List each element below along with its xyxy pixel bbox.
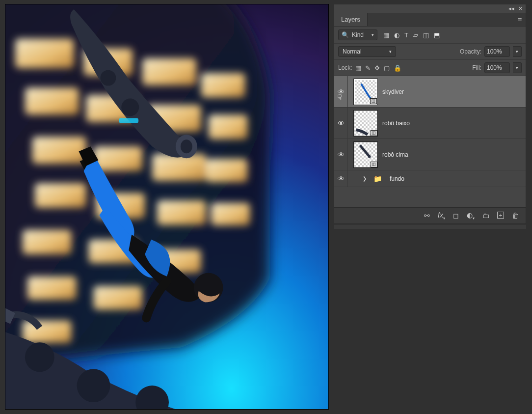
svg-rect-11 bbox=[152, 154, 206, 181]
svg-rect-3 bbox=[142, 58, 196, 85]
panel-resize-grip[interactable] bbox=[334, 224, 526, 229]
lock-all-icon[interactable]: 🔒 bbox=[394, 64, 401, 72]
layer-name-label[interactable]: fundo bbox=[390, 175, 404, 182]
search-icon: 🔍 bbox=[342, 31, 349, 38]
svg-rect-20 bbox=[23, 320, 72, 343]
blend-mode-value: Normal bbox=[343, 48, 362, 55]
layers-panel: ◂◂ ✕ Layers ≡ 🔍 Kind ▾ ▦ ◐ T ▱ ◫ ⬒ bbox=[334, 4, 526, 224]
canvas-artwork bbox=[5, 4, 328, 409]
panel-window-controls: ◂◂ ✕ bbox=[334, 4, 526, 13]
svg-rect-22 bbox=[211, 203, 250, 225]
layer-visibility-toggle[interactable]: 👁 bbox=[334, 170, 348, 187]
smartobject-badge-icon: ◫ bbox=[371, 162, 377, 167]
svg-rect-15 bbox=[23, 230, 72, 254]
lock-pixels-icon[interactable]: ✎ bbox=[365, 64, 371, 72]
layer-filter-row: 🔍 Kind ▾ ▦ ◐ T ▱ ◫ ⬒ bbox=[334, 27, 526, 44]
fill-input[interactable] bbox=[487, 64, 507, 71]
lock-fill-row: Lock: ▦ ✎ ✥ ▢ 🔒 Fill: ▾ bbox=[334, 60, 526, 76]
svg-point-29 bbox=[25, 342, 54, 372]
svg-rect-4 bbox=[201, 73, 245, 98]
layer-visibility-toggle[interactable]: 👁 bbox=[334, 139, 348, 170]
filter-toggle-icon[interactable]: ⬒ bbox=[434, 31, 440, 39]
opacity-chevron[interactable]: ▾ bbox=[513, 46, 522, 57]
opacity-input[interactable] bbox=[487, 48, 507, 55]
layer-name-label[interactable]: skydiver bbox=[382, 88, 404, 95]
layer-thumbnail[interactable]: ◫ bbox=[354, 79, 377, 105]
lock-artboard-icon[interactable]: ▢ bbox=[384, 64, 390, 72]
eye-icon: 👁 bbox=[338, 175, 345, 183]
panel-close-icon[interactable]: ✕ bbox=[518, 5, 523, 12]
blend-opacity-row: Normal ▾ Opacity: ▾ bbox=[334, 44, 526, 60]
filter-adjustment-icon[interactable]: ◐ bbox=[394, 31, 399, 39]
delete-layer-icon[interactable]: 🗑 bbox=[512, 212, 519, 220]
layer-row-skydiver[interactable]: 👁 ☟ ◫ skydiver bbox=[334, 76, 526, 108]
fill-field[interactable] bbox=[484, 62, 510, 73]
layer-row-robo-cima[interactable]: 👁 ◫ robô cima bbox=[334, 139, 526, 170]
svg-rect-9 bbox=[32, 137, 86, 164]
folder-icon: 📁 bbox=[373, 175, 382, 183]
layer-list: 👁 ☟ ◫ skydiver bbox=[334, 76, 526, 188]
layer-visibility-toggle[interactable]: 👁 ☟ bbox=[334, 76, 348, 107]
link-layers-icon[interactable]: ⚯ bbox=[424, 212, 430, 220]
chevron-down-icon: ▾ bbox=[389, 49, 392, 54]
smartobject-badge-icon: ◫ bbox=[371, 130, 377, 136]
panel-collapse-icon[interactable]: ◂◂ bbox=[508, 5, 514, 12]
svg-rect-12 bbox=[35, 183, 86, 208]
layers-panel-footer: ⚯ fx▾ ◻ ◐▾ 🗀 🗑 bbox=[334, 208, 526, 223]
filter-type-label: Kind bbox=[352, 31, 364, 38]
lock-position-icon[interactable]: ✥ bbox=[374, 64, 380, 72]
layer-mask-icon[interactable]: ◻ bbox=[453, 212, 459, 220]
filter-type-dropdown[interactable]: 🔍 Kind ▾ bbox=[338, 29, 377, 40]
layer-name-label[interactable]: robô cima bbox=[382, 151, 408, 158]
filter-type-text-icon[interactable]: T bbox=[404, 31, 408, 39]
fill-label: Fill: bbox=[472, 64, 481, 71]
svg-rect-21 bbox=[206, 159, 248, 182]
layer-visibility-toggle[interactable]: 👁 bbox=[334, 108, 348, 138]
filter-pixel-icon[interactable]: ▦ bbox=[383, 31, 389, 39]
chevron-down-icon: ▾ bbox=[372, 32, 374, 37]
eye-icon: 👁 bbox=[338, 151, 345, 159]
opacity-label: Opacity: bbox=[460, 48, 481, 55]
folder-expand-chevron[interactable]: ❯ bbox=[363, 176, 367, 181]
smartobject-badge-icon: ◫ bbox=[370, 98, 377, 104]
svg-point-26 bbox=[121, 99, 139, 116]
filter-shape-icon[interactable]: ▱ bbox=[413, 31, 418, 39]
svg-rect-19 bbox=[93, 286, 142, 310]
layer-thumbnail[interactable]: ◫ bbox=[354, 110, 377, 136]
fill-chevron[interactable]: ▾ bbox=[513, 62, 522, 73]
tab-layers[interactable]: Layers bbox=[334, 13, 368, 26]
layer-row-fundo-folder[interactable]: 👁 ❯ 📁 fundo bbox=[334, 170, 526, 187]
blend-mode-dropdown[interactable]: Normal ▾ bbox=[338, 46, 396, 57]
svg-point-30 bbox=[77, 369, 110, 402]
svg-point-39 bbox=[368, 155, 371, 158]
cursor-hand-icon: ☟ bbox=[337, 93, 342, 102]
filter-smartobject-icon[interactable]: ◫ bbox=[423, 31, 429, 39]
svg-rect-1 bbox=[15, 39, 74, 68]
new-group-icon[interactable]: 🗀 bbox=[482, 212, 489, 220]
svg-rect-27 bbox=[119, 118, 138, 123]
new-layer-icon[interactable] bbox=[497, 212, 504, 220]
layer-thumbnail[interactable]: ◫ bbox=[354, 142, 377, 167]
adjustment-layer-icon[interactable]: ◐▾ bbox=[467, 211, 475, 221]
layer-name-label[interactable]: robô baixo bbox=[382, 120, 410, 127]
svg-point-25 bbox=[100, 70, 116, 86]
layer-row-robo-baixo[interactable]: 👁 ◫ robô baixo bbox=[334, 108, 526, 139]
lock-label: Lock: bbox=[338, 64, 352, 71]
opacity-field[interactable] bbox=[484, 46, 510, 57]
tab-layers-label: Layers bbox=[341, 16, 360, 23]
svg-rect-18 bbox=[27, 276, 77, 300]
svg-rect-14 bbox=[157, 200, 206, 225]
panel-menu-button[interactable]: ≡ bbox=[514, 16, 526, 24]
eye-icon: 👁 bbox=[338, 119, 345, 127]
lock-transparency-icon[interactable]: ▦ bbox=[355, 64, 361, 72]
svg-rect-8 bbox=[209, 114, 248, 139]
layer-list-empty-area[interactable] bbox=[334, 188, 526, 208]
svg-rect-5 bbox=[25, 88, 79, 115]
layer-fx-icon[interactable]: fx▾ bbox=[438, 211, 445, 221]
svg-point-24 bbox=[181, 139, 192, 153]
document-canvas[interactable] bbox=[5, 4, 329, 410]
